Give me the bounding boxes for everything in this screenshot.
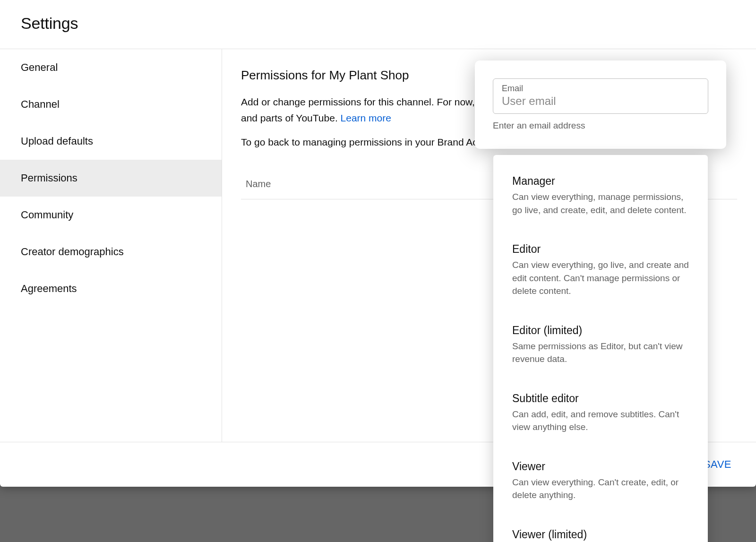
role-option-subtitle-editor[interactable]: Subtitle editor Can add, edit, and remov… (493, 386, 708, 441)
sidebar-item-upload-defaults[interactable]: Upload defaults (0, 123, 222, 160)
sidebar-item-label: Permissions (21, 172, 77, 184)
role-title: Editor (limited) (512, 324, 689, 337)
role-option-viewer-limited[interactable]: Viewer (limited) Same permissions as Vie… (493, 522, 708, 542)
role-option-manager[interactable]: Manager Can view everything, manage perm… (493, 168, 708, 224)
role-desc: Same permissions as Editor, but can't vi… (512, 340, 689, 366)
invite-popover: Email Enter an email address (475, 60, 726, 149)
sidebar-item-channel[interactable]: Channel (0, 86, 222, 123)
settings-sidebar: General Channel Upload defaults Permissi… (0, 49, 222, 442)
role-option-editor[interactable]: Editor Can view everything, go live, and… (493, 236, 708, 305)
column-name: Name (246, 179, 271, 189)
role-desc: Can view everything. Can't create, edit,… (512, 476, 689, 502)
role-desc: Can add, edit, and remove subtitles. Can… (512, 408, 689, 434)
role-desc: Can view everything, manage permissions,… (512, 190, 689, 216)
sidebar-item-label: General (21, 61, 58, 73)
email-field[interactable]: Email (493, 78, 708, 114)
sidebar-item-label: Channel (21, 98, 60, 110)
dialog-title: Settings (21, 14, 735, 33)
dialog-header: Settings (0, 0, 756, 49)
email-input[interactable] (502, 95, 699, 108)
sidebar-item-label: Agreements (21, 283, 77, 294)
sidebar-item-label: Upload defaults (21, 135, 93, 147)
roles-dropdown: Manager Can view everything, manage perm… (493, 155, 708, 542)
sidebar-item-label: Community (21, 209, 73, 221)
sidebar-item-creator-demographics[interactable]: Creator demographics (0, 233, 222, 270)
sidebar-item-community[interactable]: Community (0, 197, 222, 233)
role-title: Subtitle editor (512, 392, 689, 405)
sidebar-item-agreements[interactable]: Agreements (0, 270, 222, 307)
sidebar-item-general[interactable]: General (0, 49, 222, 86)
email-label: Email (502, 84, 699, 94)
role-desc: Can view everything, go live, and create… (512, 258, 689, 298)
role-title: Viewer (512, 460, 689, 473)
role-title: Viewer (limited) (512, 528, 689, 541)
sidebar-item-permissions[interactable]: Permissions (0, 160, 222, 197)
role-title: Editor (512, 243, 689, 256)
role-title: Manager (512, 175, 689, 188)
role-option-viewer[interactable]: Viewer Can view everything. Can't create… (493, 454, 708, 509)
email-helper-text: Enter an email address (493, 120, 708, 131)
sidebar-item-label: Creator demographics (21, 246, 124, 258)
role-option-editor-limited[interactable]: Editor (limited) Same permissions as Edi… (493, 318, 708, 373)
learn-more-link[interactable]: Learn more (341, 112, 391, 123)
